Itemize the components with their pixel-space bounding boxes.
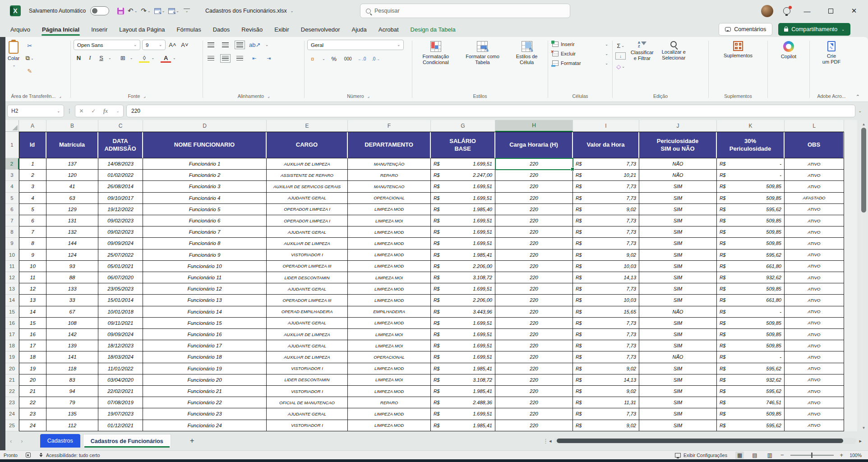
table-cell[interactable]: LIMPEZA MOD bbox=[348, 238, 431, 249]
dialog-launcher-icon[interactable]: ⌟ bbox=[268, 94, 269, 98]
tab-exibir[interactable]: Exibir bbox=[269, 23, 294, 36]
row-header-11[interactable]: 11 bbox=[5, 261, 19, 272]
table-cell[interactable]: SIM bbox=[639, 397, 717, 408]
table-cell[interactable]: R$- bbox=[717, 306, 785, 318]
table-header-cell[interactable]: NOME FUNCIONARIO bbox=[143, 132, 267, 158]
close-button[interactable]: ✕ bbox=[847, 7, 861, 15]
table-cell[interactable]: 7 bbox=[19, 226, 46, 238]
save-button[interactable] bbox=[116, 7, 125, 15]
table-cell[interactable]: R$2.488,36 bbox=[431, 397, 495, 408]
table-cell[interactable]: LIMPEZA MOD bbox=[348, 318, 431, 329]
table-cell[interactable]: 09/02/2023 bbox=[98, 226, 143, 238]
table-cell[interactable]: 220 bbox=[495, 193, 573, 204]
undo-button[interactable]: ↶⌄ bbox=[127, 6, 138, 16]
table-cell[interactable]: Funcionário 4 bbox=[143, 193, 267, 204]
tab-inserir[interactable]: Inserir bbox=[86, 23, 112, 36]
table-cell[interactable]: 144 bbox=[46, 238, 98, 249]
tab-arquivo[interactable]: Arquivo bbox=[5, 23, 35, 36]
zoom-out-button[interactable]: − bbox=[780, 452, 784, 458]
table-cell[interactable]: R$14,13 bbox=[573, 272, 639, 283]
table-cell[interactable]: 220 bbox=[495, 420, 573, 431]
table-cell[interactable]: R$509,85 bbox=[717, 193, 785, 204]
table-cell[interactable]: ATIVO bbox=[785, 261, 844, 272]
table-cell[interactable]: ATIVO bbox=[785, 226, 844, 238]
decrease-indent-button[interactable]: ⇤ bbox=[249, 53, 259, 63]
document-title[interactable]: Cadastros dos Funcionários.xlsx ⌄ bbox=[205, 8, 293, 14]
table-cell[interactable]: 6 bbox=[19, 215, 46, 226]
table-cell[interactable]: AUXILIAR DE LIMPEZA bbox=[267, 158, 348, 170]
delete-cells-button[interactable]: Excluir⌄ bbox=[551, 50, 609, 57]
table-cell[interactable]: 22/02/2021 bbox=[98, 386, 143, 397]
table-cell[interactable]: 20 bbox=[19, 374, 46, 386]
table-cell[interactable]: Funcionário 8 bbox=[143, 238, 267, 249]
table-cell[interactable]: 11 bbox=[19, 272, 46, 283]
table-cell[interactable]: R$746,51 bbox=[717, 397, 785, 408]
table-cell[interactable]: SIM bbox=[639, 408, 717, 420]
table-cell[interactable]: SIM bbox=[639, 318, 717, 329]
column-header-A[interactable]: A bbox=[19, 120, 46, 132]
table-cell[interactable]: ATIVO bbox=[785, 249, 844, 261]
table-cell[interactable]: MANUTENÇÃO bbox=[348, 158, 431, 170]
table-cell[interactable]: Funcionário 12 bbox=[143, 283, 267, 295]
create-pdf-button[interactable]: Crie um PDF bbox=[819, 40, 844, 66]
insert-cells-button[interactable]: Inserir⌄ bbox=[551, 41, 609, 48]
tab-desenvolvedor[interactable]: Desenvolvedor bbox=[296, 23, 345, 36]
table-cell[interactable]: ATIVO bbox=[785, 215, 844, 226]
row-header-12[interactable]: 12 bbox=[5, 272, 19, 283]
orientation-button[interactable]: ab↗ bbox=[249, 40, 260, 50]
row-header-22[interactable]: 22 bbox=[5, 386, 19, 397]
table-cell[interactable]: R$7,73 bbox=[573, 283, 639, 295]
table-cell[interactable]: AJUDANTE GERAL bbox=[267, 340, 348, 351]
table-cell[interactable]: R$1.699,51 bbox=[431, 351, 495, 363]
table-cell[interactable]: R$7,73 bbox=[573, 158, 639, 170]
table-cell[interactable]: 220 bbox=[495, 272, 573, 283]
autosum-button[interactable]: Σ⌄ bbox=[615, 41, 626, 51]
table-cell[interactable]: ATIVO bbox=[785, 295, 844, 306]
table-cell[interactable]: ATIVO bbox=[785, 272, 844, 283]
table-cell[interactable]: NÃO bbox=[639, 170, 717, 181]
table-cell[interactable]: SIM bbox=[639, 204, 717, 215]
tab-acrobat[interactable]: Acrobat bbox=[374, 23, 404, 36]
row-header-25[interactable]: 25 bbox=[5, 420, 19, 431]
table-cell[interactable]: 137 bbox=[46, 158, 98, 170]
table-cell[interactable]: ATIVO bbox=[785, 238, 844, 249]
table-cell[interactable]: LIMPEZA MOD bbox=[348, 408, 431, 420]
table-cell[interactable]: 06/07/2020 bbox=[98, 272, 143, 283]
table-cell[interactable]: LIMPEZA MOI bbox=[348, 215, 431, 226]
table-cell[interactable]: 19 bbox=[19, 363, 46, 374]
table-cell[interactable]: 24 bbox=[19, 420, 46, 431]
table-cell[interactable]: OPERADOR LIMPEZA III bbox=[267, 261, 348, 272]
table-cell[interactable]: Funcionário 16 bbox=[143, 329, 267, 340]
table-cell[interactable]: R$1.985,40 bbox=[431, 204, 495, 215]
table-cell[interactable]: AJUDANTE GERAL bbox=[267, 226, 348, 238]
table-cell[interactable]: NÃO bbox=[639, 351, 717, 363]
row-header-7[interactable]: 7 bbox=[5, 215, 19, 226]
horizontal-scrollbar-thumb[interactable] bbox=[557, 439, 843, 443]
table-cell[interactable]: SIM bbox=[639, 340, 717, 351]
table-cell[interactable]: ASSISTENTE DE REPARO bbox=[267, 170, 348, 181]
table-cell[interactable]: Funcionário 7 bbox=[143, 226, 267, 238]
tab-formulas[interactable]: Fórmulas bbox=[172, 23, 206, 36]
hscroll-left-arrow[interactable]: ◂ bbox=[549, 438, 552, 444]
table-header-cell[interactable]: Periculosidade SIM ou NÃO bbox=[639, 132, 717, 158]
table-cell[interactable]: 19/07/2023 bbox=[98, 408, 143, 420]
table-cell[interactable]: R$595,62 bbox=[717, 249, 785, 261]
cancel-entry-button[interactable]: ✕ bbox=[79, 108, 83, 114]
table-cell[interactable]: 19/12/2022 bbox=[98, 204, 143, 215]
tab-design-da-tabela[interactable]: Design da Tabela bbox=[406, 23, 461, 36]
table-cell[interactable]: MANUTENCAO bbox=[348, 181, 431, 192]
new-sheet-button[interactable]: + bbox=[190, 436, 194, 445]
table-cell[interactable]: 2 bbox=[19, 170, 46, 181]
scroll-up-arrow[interactable]: ▲ bbox=[862, 121, 866, 128]
comments-button[interactable]: Comentários bbox=[719, 23, 772, 36]
table-header-cell[interactable]: 30% Periculosidade bbox=[717, 132, 785, 158]
row-header-3[interactable]: 3 bbox=[5, 170, 19, 181]
align-right-button[interactable] bbox=[235, 53, 245, 63]
underline-button[interactable]: S bbox=[96, 53, 106, 63]
tab-layout-da-pagina[interactable]: Layout da Página bbox=[114, 23, 170, 36]
table-cell[interactable]: R$2.247,00 bbox=[431, 170, 495, 181]
table-cell[interactable]: 220 bbox=[495, 329, 573, 340]
table-cell[interactable]: SIM bbox=[639, 249, 717, 261]
table-cell[interactable]: 220 bbox=[495, 295, 573, 306]
increase-font-button[interactable]: A˄ bbox=[167, 40, 178, 50]
